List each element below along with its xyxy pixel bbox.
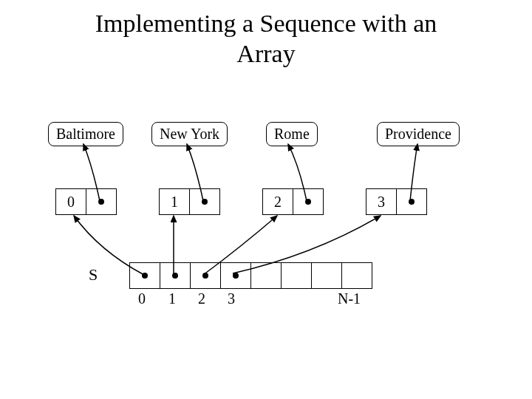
svg-point-2 — [305, 199, 311, 205]
array-cell-0 — [130, 263, 160, 288]
svg-point-4 — [142, 273, 148, 279]
position-index: 3 — [366, 189, 397, 214]
city-box-baltimore: Baltimore — [48, 122, 123, 146]
array-s — [129, 262, 372, 289]
city-label: Providence — [385, 126, 451, 142]
position-box-0: 0 — [55, 188, 117, 215]
array-index-0: 0 — [138, 290, 146, 307]
svg-point-1 — [202, 199, 208, 205]
array-cell-empty — [251, 263, 282, 288]
array-index-1: 1 — [168, 290, 176, 307]
array-cell-last — [342, 263, 372, 288]
array-index-3: 3 — [228, 290, 235, 307]
city-label: Rome — [274, 126, 310, 142]
position-box-1: 1 — [159, 188, 220, 215]
array-cell-3 — [221, 263, 251, 288]
position-index: 2 — [263, 189, 293, 214]
title-line-1: Implementing a Sequence with an — [95, 10, 437, 37]
array-label-s: S — [89, 265, 98, 284]
slide-title: Implementing a Sequence with an Array — [0, 0, 532, 69]
position-pointer — [293, 189, 323, 214]
array-index-last: N-1 — [338, 290, 361, 307]
title-line-2: Array — [236, 40, 295, 67]
svg-point-3 — [409, 199, 415, 205]
array-cell-empty — [282, 263, 312, 288]
arrows-overlay — [48, 122, 484, 321]
svg-point-5 — [172, 273, 178, 279]
array-cell-empty — [312, 263, 342, 288]
city-box-newyork: New York — [151, 122, 228, 146]
svg-point-0 — [98, 199, 104, 205]
diagram-container: Baltimore New York Rome Providence 0 1 2… — [48, 122, 484, 321]
position-pointer — [397, 189, 426, 214]
position-pointer — [86, 189, 116, 214]
svg-point-7 — [233, 273, 239, 279]
array-index-2: 2 — [198, 290, 205, 307]
svg-point-6 — [202, 273, 208, 279]
array-cell-1 — [160, 263, 191, 288]
city-label: New York — [160, 126, 219, 142]
city-label: Baltimore — [56, 126, 115, 142]
position-index: 0 — [56, 189, 86, 214]
position-box-2: 2 — [262, 188, 324, 215]
city-box-providence: Providence — [377, 122, 460, 146]
position-pointer — [190, 189, 219, 214]
city-box-rome: Rome — [266, 122, 318, 146]
array-cell-2 — [191, 263, 221, 288]
position-index: 1 — [160, 189, 190, 214]
position-box-3: 3 — [366, 188, 427, 215]
